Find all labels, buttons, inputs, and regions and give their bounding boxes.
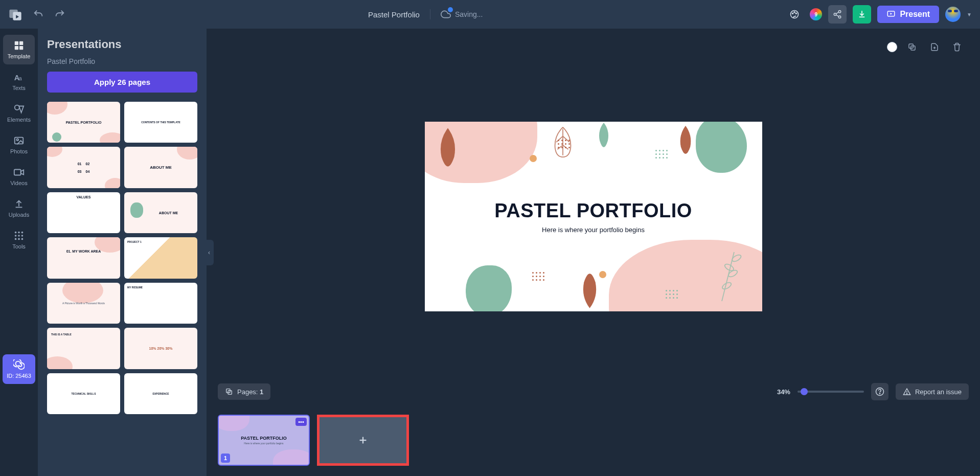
share-button[interactable] [828,5,847,24]
svg-point-31 [21,235,24,237]
svg-point-8 [834,13,837,16]
apply-pages-button[interactable]: Apply 26 pages [47,72,197,93]
svg-rect-17 [19,46,23,50]
id-label: ID: 25463 [7,373,31,379]
videos-icon [13,167,25,178]
template-thumb[interactable]: CONTENTS OF THIS TEMPLATE [124,102,197,143]
user-avatar[interactable] [945,7,961,22]
rail-item-texts[interactable]: Aa Texts [3,66,35,96]
main-layout: Template Aa Texts Elements Photos Videos… [0,29,980,476]
tools-icon [13,230,25,241]
id-badge[interactable]: ID: 25463 [3,354,35,384]
svg-point-32 [15,238,17,240]
template-thumb[interactable]: EXPERIENCE [124,373,197,414]
svg-point-47 [731,254,742,263]
pages-icon [225,388,233,396]
template-thumb[interactable]: MY RESUME [124,283,197,324]
zoom-slider[interactable] [797,391,864,393]
rail-item-elements[interactable]: Elements [3,98,35,128]
rail-label: Template [8,53,31,59]
svg-point-23 [16,139,18,141]
template-icon [13,40,25,51]
panel-title: Presentations [47,38,197,51]
slide-canvas[interactable]: PASTEL PORTFOLIO Here is where your port… [425,122,762,311]
svg-marker-21 [19,106,24,113]
template-thumb[interactable]: 10% 20% 30% [124,328,197,369]
undo-button[interactable] [33,9,44,20]
template-thumb[interactable]: 01. MY WORK AREA [47,237,120,278]
svg-point-9 [839,16,841,18]
avatar-dropdown-icon[interactable]: ▼ [967,12,972,17]
download-button[interactable] [853,5,871,24]
template-thumb[interactable]: ABOUT ME [124,147,197,188]
svg-line-11 [836,15,839,16]
warning-icon [903,388,911,396]
saving-text: Saving... [455,10,483,18]
rail-label: Texts [12,85,26,91]
slide-subtitle[interactable]: Here is where your portfolio begins [542,226,645,234]
rail-item-uploads[interactable]: Uploads [3,193,35,223]
add-page-button[interactable] [927,39,942,55]
svg-point-28 [21,232,24,234]
rail-label: Videos [10,180,27,186]
template-thumb[interactable]: PROJECT 1 [124,237,197,278]
spiral-icon [13,359,25,371]
svg-line-10 [836,12,839,14]
rail-item-videos[interactable]: Videos [3,162,35,191]
present-button[interactable]: Present [877,6,939,23]
rail-item-template[interactable]: Template [3,35,35,64]
redo-button[interactable] [54,9,65,20]
copy-button[interactable] [904,39,920,55]
color-count-badge[interactable]: 9 [810,8,822,20]
film-slide-subtitle: Here is where your portfolio begins [241,442,287,445]
palette-button[interactable] [785,5,804,24]
delete-button[interactable] [949,39,965,55]
slide-title[interactable]: PASTEL PORTFOLIO [494,200,692,222]
filmstrip-slide-1[interactable]: PASTEL PORTFOLIO Here is where your port… [218,415,310,466]
template-thumb[interactable]: PASTEL PORTFOLIO [47,102,120,143]
uploads-icon [13,198,25,210]
left-rail: Template Aa Texts Elements Photos Videos… [0,29,38,476]
rail-label: Elements [7,117,31,123]
thumbnail-scroll[interactable]: PASTEL PORTFOLIO CONTENTS OF THIS TEMPLA… [38,97,207,476]
topbar: Pastel Portfolio Saving... 9 Present ▼ [0,0,980,29]
template-thumb[interactable]: VALUES [47,192,120,233]
template-thumb[interactable]: THIS IS A TABLE [47,328,120,369]
pages-button[interactable]: Pages: 1 [218,383,270,400]
rail-item-tools[interactable]: Tools [3,225,35,255]
save-status: Saving... [430,9,483,19]
canvas-toolbar [207,29,980,54]
present-label: Present [900,10,930,19]
zoom-label[interactable]: 34% [777,388,790,396]
template-thumb[interactable]: 01020304 [47,147,120,188]
svg-rect-14 [15,41,18,45]
panel-subtitle[interactable]: Pastel Portfolio [47,57,197,65]
add-slide-button[interactable] [317,415,409,466]
template-thumb[interactable]: TECHNICAL SKILLS [47,373,120,414]
report-issue-button[interactable]: Report an issue [896,383,969,400]
svg-point-7 [839,11,841,13]
svg-point-51 [879,393,880,394]
zoom-handle[interactable] [801,388,808,395]
svg-point-33 [18,238,20,240]
slide-menu-button[interactable]: ••• [295,418,307,426]
collapse-panel-button[interactable]: ‹ [204,240,214,265]
background-color-button[interactable] [887,42,897,52]
rail-label: Photos [10,148,28,154]
app-logo-icon[interactable] [8,7,22,21]
template-thumb[interactable]: ABOUT ME [124,192,197,233]
report-label: Report an issue [915,388,962,396]
filmstrip: PASTEL PORTFOLIO Here is where your port… [207,404,980,476]
document-title[interactable]: Pastel Portfolio [368,10,420,19]
svg-marker-13 [891,13,893,15]
help-button[interactable] [871,383,888,400]
svg-rect-15 [19,41,23,45]
rail-item-photos[interactable]: Photos [3,130,35,160]
svg-point-30 [18,235,20,237]
canvas-area: PASTEL PORTFOLIO Here is where your port… [207,29,980,476]
rail-label: Tools [12,243,26,250]
photos-icon [13,135,25,146]
template-thumb[interactable]: A Picture is Worth a Thousand Words [47,283,120,324]
topbar-right: 9 Present ▼ [785,5,972,24]
canvas-viewport[interactable]: PASTEL PORTFOLIO Here is where your port… [207,54,980,379]
